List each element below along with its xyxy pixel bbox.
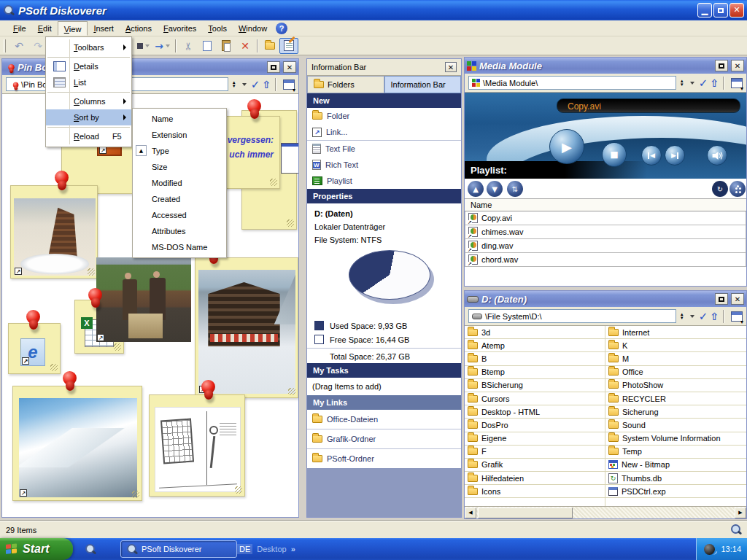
folder-row[interactable]: Icons — [465, 485, 605, 498]
folder-row[interactable]: 3d — [465, 326, 605, 339]
go-check-icon[interactable]: ✓ — [699, 310, 708, 323]
folder-row[interactable]: Atemp — [465, 339, 605, 352]
note-cartoon[interactable] — [149, 394, 245, 497]
my-tasks-drop-area[interactable]: (Drag Items to add) — [307, 378, 461, 395]
track-row[interactable]: ding.wav — [465, 239, 746, 253]
folder-row[interactable]: Btemp — [465, 366, 605, 379]
restore-button[interactable] — [713, 3, 728, 18]
cut-icon[interactable]: ✂ — [180, 36, 196, 55]
folder-row[interactable]: System Volume Information — [605, 432, 746, 446]
pin-board-maximize-button[interactable] — [267, 61, 280, 73]
drive-titlebar[interactable]: D: (Daten) ✕ — [465, 291, 746, 307]
note-reminder[interactable]: vergessen: uch immer — [225, 116, 280, 189]
scrollbar-thumb[interactable] — [478, 508, 573, 518]
folder-row[interactable]: Eigene — [465, 432, 605, 446]
info-panel-toggle-icon[interactable] — [283, 79, 295, 90]
photo-tv-interview[interactable]: ↗ — [96, 257, 191, 342]
language-indicator[interactable]: DE — [237, 544, 252, 554]
folder-row[interactable]: B — [465, 352, 605, 365]
spinner-icon[interactable]: ▲▼ — [678, 313, 686, 320]
tab-folders[interactable]: Folders — [307, 76, 384, 93]
address-dropdown-icon[interactable] — [690, 82, 694, 85]
menu-item-columns[interactable]: Columns — [46, 93, 131, 109]
track-row[interactable]: chimes.wav — [465, 225, 746, 239]
minimize-button[interactable]: ▁ — [697, 3, 712, 18]
menu-tools[interactable]: Tools — [202, 21, 233, 36]
sort-item-name[interactable]: Name — [133, 111, 226, 127]
start-button[interactable]: Start — [0, 538, 73, 560]
scroll-right-button[interactable]: ▶ — [735, 508, 746, 518]
folder-row[interactable]: Sound — [605, 419, 746, 432]
new-playlist-item[interactable]: Playlist — [307, 173, 461, 189]
folder-row[interactable]: Grafik — [465, 459, 605, 472]
folder-row[interactable]: BSicherung — [465, 379, 605, 392]
menu-item-details[interactable]: Details — [46, 58, 131, 74]
new-link-item[interactable]: ↗Link... — [307, 124, 461, 140]
menu-item-list[interactable]: List — [46, 74, 131, 90]
folder-row[interactable]: M — [605, 352, 746, 365]
folder-row[interactable]: K — [605, 339, 746, 352]
spinner-icon[interactable]: ▲▼ — [231, 81, 238, 88]
track-row[interactable]: chord.wav — [465, 253, 746, 267]
go-check-icon[interactable]: ✓ — [699, 77, 708, 90]
folder-row[interactable]: PhotoShow — [605, 379, 746, 392]
info-panel-toggle-icon[interactable] — [731, 311, 743, 322]
shuffle-button[interactable] — [729, 181, 746, 197]
link-office-dateien[interactable]: Office-Dateien — [307, 410, 461, 429]
new-rich-text-item[interactable]: Rich Text — [307, 157, 461, 173]
folder-row[interactable]: Internet — [605, 326, 746, 339]
menu-file[interactable]: File — [7, 21, 32, 36]
spinner-icon[interactable]: ▲▼ — [678, 79, 686, 87]
media-module-close-button[interactable]: ✕ — [731, 60, 744, 71]
information-bar-titlebar[interactable]: Information Bar ✕ — [307, 59, 461, 76]
folder-row[interactable]: RECYCLER — [605, 392, 746, 405]
go-check-icon[interactable]: ✓ — [251, 78, 260, 91]
toolbar-chevron-icon[interactable]: » — [291, 545, 295, 553]
menu-item-toolbars[interactable]: Toolbars — [46, 39, 131, 55]
folder-row[interactable]: Hilfedateien — [465, 472, 605, 485]
sort-item-accessed[interactable]: Accessed — [133, 207, 226, 223]
file-row-bitmap[interactable]: New - Bitmap — [605, 459, 746, 472]
sort-item-msdos-name[interactable]: MS-DOS Name — [133, 239, 226, 255]
folder-row[interactable]: F — [465, 446, 605, 459]
play-button[interactable]: ▶ — [549, 129, 584, 164]
track-row[interactable]: Copy.avi — [465, 211, 746, 225]
menu-edit[interactable]: Edit — [32, 21, 58, 36]
scroll-left-button[interactable]: ◀ — [465, 508, 476, 518]
drive-close-button[interactable]: ✕ — [731, 293, 744, 305]
folder-row[interactable]: Office — [605, 366, 746, 379]
previous-button[interactable]: ◀ — [641, 145, 662, 166]
toolbar-grip[interactable] — [4, 39, 6, 52]
next-button[interactable]: ▶ — [665, 145, 685, 166]
sort-item-modified[interactable]: Modified — [133, 175, 226, 191]
menu-insert[interactable]: Insert — [88, 21, 120, 36]
note-hotel-photo[interactable]: ↗ — [195, 257, 298, 398]
sort-item-attributes[interactable]: Attributes — [133, 223, 226, 239]
info-panel-toggle-icon[interactable] — [731, 78, 743, 88]
undo-icon[interactable]: ↶ — [9, 38, 28, 54]
folder-row[interactable]: Desktop - HTML — [465, 405, 605, 419]
up-level-icon[interactable]: ⇧ — [262, 79, 271, 90]
delete-icon[interactable]: ✕ — [236, 38, 255, 54]
folder-row[interactable]: DosPro — [465, 419, 605, 432]
up-level-icon[interactable]: ⇧ — [710, 77, 719, 89]
pin-board-close-button[interactable]: ✕ — [283, 61, 296, 73]
sort-item-type[interactable]: ▲Type — [133, 143, 226, 159]
repeat-button[interactable]: ↻ — [712, 181, 728, 197]
folder-up-icon[interactable] — [260, 38, 279, 54]
note-mountain-photo[interactable]: ↗ — [12, 386, 142, 501]
file-row-psdctrl[interactable]: PSDCtrl.exp — [605, 485, 746, 498]
back-split-icon[interactable] — [135, 38, 154, 54]
folder-row[interactable]: Sicherung — [605, 405, 746, 419]
media-module-maximize-button[interactable] — [715, 60, 728, 71]
new-folder-item[interactable]: Folder — [307, 108, 461, 124]
paste-icon[interactable] — [217, 38, 236, 54]
move-down-button[interactable]: ▼ — [487, 181, 503, 197]
menu-window[interactable]: Window — [233, 21, 273, 36]
pinboard-toggle-icon[interactable] — [279, 38, 298, 54]
stop-button[interactable]: ■ — [602, 142, 627, 167]
sort-item-extension[interactable]: Extension — [133, 127, 226, 143]
media-module-titlebar[interactable]: Media Module ✕ — [465, 58, 746, 74]
new-text-file-item[interactable]: Text File — [307, 141, 461, 157]
move-up-button[interactable]: ▲ — [468, 181, 484, 197]
